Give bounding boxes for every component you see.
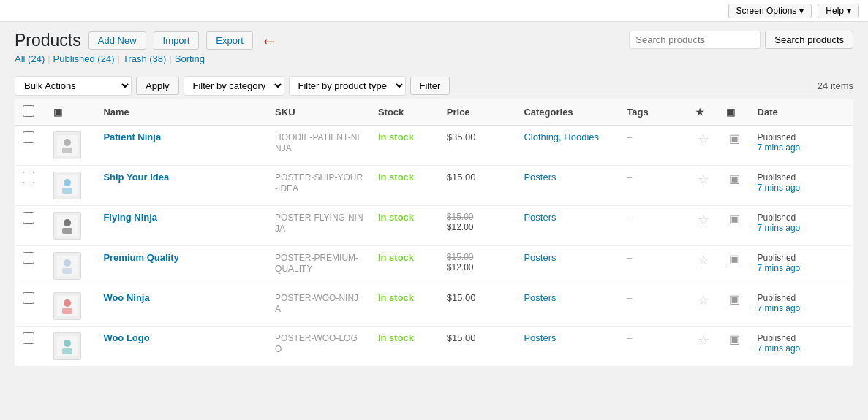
published-filter-link[interactable]: Published (24) [53, 53, 115, 64]
product-sku: POSTER-PREMIUM-QUALITY [275, 253, 358, 274]
product-name-link[interactable]: Flying Ninja [103, 212, 157, 223]
featured-star-icon[interactable]: ☆ [698, 293, 709, 308]
row-checkbox[interactable] [23, 292, 34, 304]
product-thumbnail [53, 252, 81, 280]
product-tags: – [627, 252, 632, 263]
featured-star-icon[interactable]: ☆ [698, 132, 709, 147]
publish-status: Published [758, 213, 796, 223]
categories-column-header: Categories [516, 99, 619, 126]
product-type-icon: ▣ [729, 253, 740, 265]
product-type-icon: ▣ [729, 333, 740, 345]
svg-point-7 [64, 219, 71, 226]
featured-star-icon[interactable]: ☆ [698, 172, 709, 187]
product-name-link[interactable]: Woo Ninja [103, 292, 149, 303]
product-name-link[interactable]: Woo Logo [103, 332, 149, 343]
export-arrow-icon: ← [260, 32, 278, 50]
svg-point-13 [64, 299, 71, 307]
all-filter-link[interactable]: All (24) [15, 53, 45, 64]
table-row: Woo LogoPOSTER-WOO-LOGOIn stock$15.00Pos… [15, 327, 853, 367]
search-input[interactable] [629, 31, 761, 49]
row-checkbox[interactable] [23, 131, 34, 143]
export-button[interactable]: Export [206, 31, 253, 50]
stock-status: In stock [378, 292, 414, 303]
product-name-link[interactable]: Patient Ninja [103, 131, 161, 142]
product-price: $15.00 [447, 292, 476, 303]
publish-date-link[interactable]: 7 mins ago [758, 142, 845, 153]
trash-filter-link[interactable]: Trash (38) [123, 53, 167, 64]
row-checkbox[interactable] [23, 172, 34, 183]
items-count: 24 items [818, 80, 853, 91]
product-tags: – [627, 172, 632, 183]
svg-point-16 [64, 340, 71, 347]
product-tags: – [627, 212, 632, 223]
screen-options-button[interactable]: Screen Options ▾ [728, 4, 812, 18]
product-type-icon: ▣ [729, 293, 740, 305]
filter-button[interactable]: Filter [410, 77, 450, 95]
select-all-header [15, 99, 47, 126]
publish-date-link[interactable]: 7 mins ago [758, 183, 845, 193]
svg-rect-17 [62, 348, 72, 354]
type-column-header: ▣ [719, 99, 750, 126]
price-column-header: Price [439, 99, 517, 126]
product-category-link[interactable]: Clothing, Hoodies [524, 131, 599, 142]
tablenav-top: Bulk Actions Apply Filter by category Fi… [15, 76, 853, 96]
published-filter-count: 24 [101, 53, 111, 64]
product-category-link[interactable]: Posters [524, 172, 556, 183]
products-table: ▣ Name SKU Stock Price Categories [15, 99, 853, 367]
product-sku: POSTER-FLYING-NINJA [275, 213, 363, 234]
table-header-row: ▣ Name SKU Stock Price Categories [15, 99, 853, 126]
name-column-header[interactable]: Name [96, 99, 268, 126]
featured-star-icon[interactable]: ☆ [698, 253, 709, 267]
product-category-link[interactable]: Posters [524, 212, 556, 223]
product-name-link[interactable]: Premium Quality [103, 252, 178, 263]
publish-date-link[interactable]: 7 mins ago [758, 303, 845, 313]
thumb-header: ▣ [46, 99, 96, 126]
product-sale-price: $12.00 [447, 262, 510, 272]
publish-status: Published [758, 172, 796, 183]
product-type-icon: ▣ [729, 213, 740, 225]
product-type-icon: ▣ [729, 172, 740, 185]
publish-date-link[interactable]: 7 mins ago [758, 263, 845, 273]
product-category-link[interactable]: Posters [524, 332, 556, 343]
svg-point-1 [64, 139, 71, 146]
bulk-actions-select[interactable]: Bulk Actions [15, 76, 132, 96]
filter-by-category-select[interactable]: Filter by category [184, 76, 284, 96]
featured-column-header: ★ [688, 99, 719, 126]
import-button[interactable]: Import [154, 31, 200, 50]
tags-column-header: Tags [619, 99, 688, 126]
svg-rect-8 [62, 228, 72, 234]
sorting-filter-label: Sorting [175, 53, 205, 64]
product-category-link[interactable]: Posters [524, 292, 556, 303]
svg-rect-2 [62, 148, 72, 153]
table-row: Woo NinjaPOSTER-WOO-NINJAIn stock$15.00P… [15, 286, 853, 327]
help-button[interactable]: Help ▾ [818, 4, 859, 18]
name-sort-link[interactable]: Name [103, 107, 129, 118]
sorting-filter-link[interactable]: Sorting [175, 53, 205, 64]
select-all-checkbox[interactable] [23, 105, 34, 117]
publish-date-link[interactable]: 7 mins ago [758, 223, 845, 233]
product-name-link[interactable]: Ship Your Idea [103, 172, 169, 183]
chevron-down-icon: ▾ [799, 6, 804, 16]
product-category-link[interactable]: Posters [524, 252, 556, 263]
trash-filter-label: Trash [123, 53, 147, 64]
search-button[interactable]: Search products [765, 31, 853, 49]
stock-status: In stock [378, 212, 414, 223]
svg-point-4 [64, 179, 71, 186]
row-checkbox[interactable] [23, 212, 34, 224]
box-header-icon: ▣ [726, 107, 735, 118]
all-filter-label: All [15, 53, 25, 64]
svg-rect-14 [62, 308, 72, 314]
add-new-button[interactable]: Add New [88, 31, 146, 50]
publish-date-link[interactable]: 7 mins ago [758, 343, 845, 354]
row-checkbox[interactable] [23, 332, 34, 344]
apply-button[interactable]: Apply [136, 77, 179, 95]
featured-star-icon[interactable]: ☆ [698, 333, 709, 348]
star-header-icon: ★ [695, 107, 704, 118]
table-row: Flying NinjaPOSTER-FLYING-NINJAIn stock$… [15, 206, 853, 246]
product-thumbnail [53, 172, 81, 199]
table-row: Premium QualityPOSTER-PREMIUM-QUALITYIn … [15, 246, 853, 286]
row-checkbox[interactable] [23, 252, 34, 264]
publish-status: Published [758, 253, 796, 263]
filter-by-product-type-select[interactable]: Filter by product type [289, 76, 406, 96]
featured-star-icon[interactable]: ☆ [698, 213, 709, 227]
